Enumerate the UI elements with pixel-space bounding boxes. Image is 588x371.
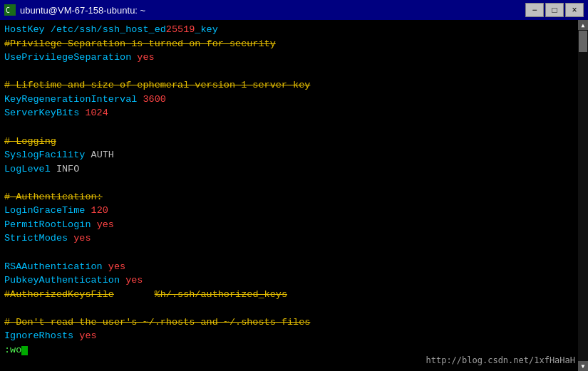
minimize-button[interactable]: − [525, 3, 544, 17]
window-controls: − □ × [525, 3, 584, 17]
terminal-output: HostKey /etc/ssh/ssh_host_ed25519_key #P… [4, 23, 584, 357]
scroll-track[interactable] [578, 30, 588, 361]
title-bar: C ubuntu@VM-67-158-ubuntu: ~ − □ × [0, 0, 588, 20]
scroll-up-button[interactable]: ▲ [578, 20, 588, 30]
scroll-thumb[interactable] [579, 31, 587, 52]
close-button[interactable]: × [565, 3, 584, 17]
watermark-text: http://blog.csdn.net/1xfHaHaH [425, 355, 575, 365]
maximize-button[interactable]: □ [545, 3, 564, 17]
scrollbar[interactable]: ▲ ▼ [578, 20, 588, 371]
svg-text:C: C [6, 6, 10, 14]
terminal-area: HostKey /etc/ssh/ssh_host_ed25519_key #P… [0, 20, 588, 371]
window-title: ubuntu@VM-67-158-ubuntu: ~ [20, 5, 525, 16]
terminal-icon: C [4, 4, 16, 16]
scroll-down-button[interactable]: ▼ [578, 361, 588, 371]
